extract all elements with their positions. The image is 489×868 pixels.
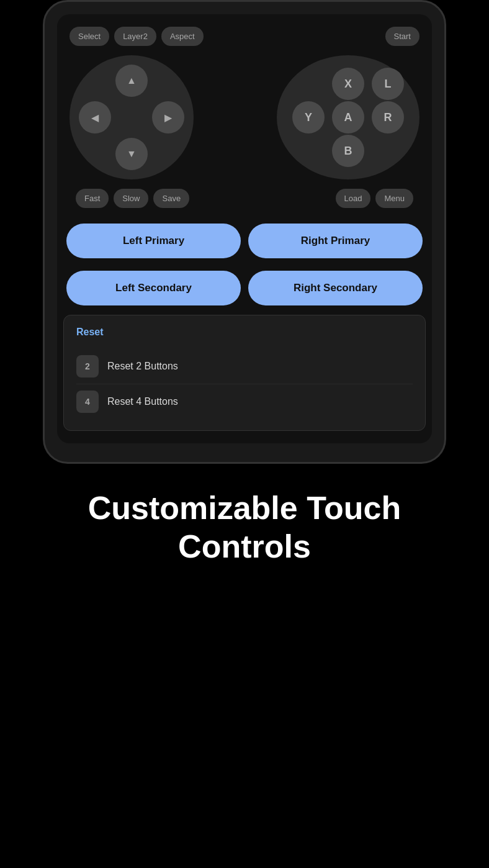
face-a-button[interactable]: A [332, 101, 364, 133]
save-button[interactable]: Save [153, 189, 189, 208]
reset-section-title: Reset [76, 327, 413, 338]
left-secondary-button[interactable]: Left Secondary [66, 271, 241, 305]
bottom-row: Fast Slow Save Load Menu [63, 179, 426, 211]
reset-2-buttons-item[interactable]: 2 Reset 2 Buttons [76, 349, 413, 384]
dpad-up-icon: ▲ [127, 75, 137, 86]
dpad-down-button[interactable]: ▼ [115, 138, 148, 170]
reset-section: Reset 2 Reset 2 Buttons 4 Reset 4 Button… [63, 315, 426, 431]
reset-2-label: Reset 2 Buttons [107, 361, 178, 372]
face-r-button[interactable]: R [372, 101, 404, 133]
face-b-button[interactable]: B [332, 135, 364, 167]
layer2-button[interactable]: Layer2 [114, 27, 156, 46]
dpad: ▲ ▼ ◀ ▶ [79, 65, 184, 170]
face-buttons-container: X L Y A R B [277, 55, 419, 179]
menu-button[interactable]: Menu [375, 189, 413, 208]
dpad-left-icon: ◀ [91, 112, 99, 124]
bottom-left-buttons: Fast Slow Save [76, 189, 189, 208]
right-secondary-button[interactable]: Right Secondary [248, 271, 423, 305]
face-x-button[interactable]: X [332, 68, 364, 100]
reset-4-icon: 4 [76, 391, 99, 413]
joysticks-row: ▲ ▼ ◀ ▶ X L Y [63, 55, 426, 179]
dpad-right-icon: ▶ [164, 112, 172, 124]
dpad-left-button[interactable]: ◀ [79, 101, 111, 133]
dpad-up-button[interactable]: ▲ [115, 65, 148, 97]
face-l-button[interactable]: L [372, 68, 404, 100]
face-y-button[interactable]: Y [292, 101, 325, 133]
right-primary-button[interactable]: Right Primary [248, 224, 423, 258]
controller-area: Select Layer2 Aspect Start ▲ ▼ ◀ [57, 14, 432, 443]
bottom-right-buttons: Load Menu [336, 189, 413, 208]
load-button[interactable]: Load [336, 189, 371, 208]
phone-frame: Select Layer2 Aspect Start ▲ ▼ ◀ [43, 0, 446, 464]
left-primary-button[interactable]: Left Primary [66, 224, 241, 258]
reset-2-icon: 2 [76, 355, 99, 377]
slow-button[interactable]: Slow [114, 189, 148, 208]
top-row-left: Select Layer2 Aspect [70, 27, 204, 46]
dpad-container: ▲ ▼ ◀ ▶ [70, 55, 194, 179]
action-buttons-row1: Left Primary Right Primary [63, 224, 426, 258]
start-button[interactable]: Start [385, 27, 419, 46]
reset-4-buttons-item[interactable]: 4 Reset 4 Buttons [76, 384, 413, 419]
face-buttons-group: X L Y A R B [292, 68, 404, 167]
reset-4-label: Reset 4 Buttons [107, 396, 178, 407]
aspect-button[interactable]: Aspect [161, 27, 204, 46]
fast-button[interactable]: Fast [76, 189, 109, 208]
top-row: Select Layer2 Aspect Start [63, 27, 426, 46]
footer-headline: Customizable Touch Controls [0, 489, 489, 591]
dpad-down-icon: ▼ [127, 148, 137, 160]
dpad-right-button[interactable]: ▶ [152, 101, 184, 133]
action-buttons-row2: Left Secondary Right Secondary [63, 271, 426, 305]
select-button[interactable]: Select [70, 27, 109, 46]
